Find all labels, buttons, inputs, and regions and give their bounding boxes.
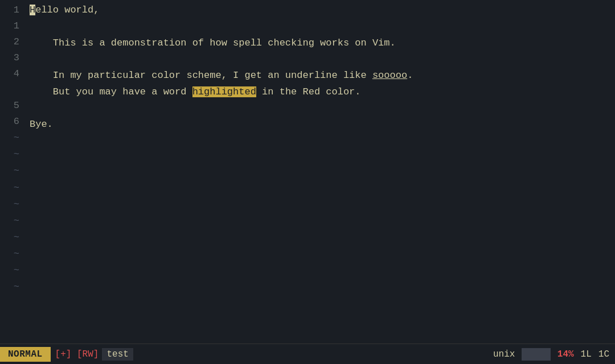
cursor: H: [30, 5, 35, 15]
editor-line-2: This is a demonstration of how spell che…: [30, 35, 615, 51]
line-num-blank1: 1: [2, 18, 19, 34]
line-numbers: 1 1 2 3 4 5 6 ~ ~ ~ ~ ~ ~ ~ ~ ~ ~: [0, 2, 24, 344]
col-info: 1C: [598, 349, 609, 359]
editor-line-4: In my particular color scheme, I get an …: [30, 68, 615, 84]
line-num-1: 1: [2, 2, 19, 18]
tilde-10: ~: [14, 282, 19, 292]
statusbar: NORMAL [+] [RW] test unix 14% 1L 1C: [0, 344, 615, 364]
mode-badge: NORMAL: [0, 347, 51, 362]
content-area[interactable]: Hello world, This is a demonstration of …: [24, 2, 615, 344]
editor-line-5: [30, 100, 615, 117]
file-format: unix: [493, 349, 515, 359]
spell-error-sooooo: sooooo: [372, 70, 407, 81]
tilde-5: ~: [14, 199, 19, 210]
editor-line-4-cont: But you may have a word highlighted in t…: [30, 84, 615, 100]
tilde-1: ~: [14, 133, 19, 143]
statusbar-right: unix 14% 1L 1C: [493, 348, 615, 361]
line-num-5: 5: [2, 98, 19, 114]
line-num-blank2: 3: [2, 50, 19, 66]
editor-area: 1 1 2 3 4 5 6 ~ ~ ~ ~ ~ ~ ~ ~ ~ ~ Hello …: [0, 0, 615, 344]
tilde-2: ~: [14, 149, 19, 160]
tilde-7: ~: [14, 232, 19, 243]
tilde-4: ~: [14, 183, 19, 193]
editor-line-3: [30, 51, 615, 68]
line-num-cont: [2, 82, 19, 98]
tilde-8: ~: [14, 249, 19, 259]
line-num-4: 4: [2, 66, 19, 82]
highlighted-word: highlighted: [192, 86, 256, 97]
tilde-6: ~: [14, 216, 19, 226]
editor-line-blank1: [30, 18, 615, 35]
filename: test: [102, 348, 133, 361]
file-percent: 14%: [557, 349, 574, 359]
editor-line-1: Hello world,: [30, 2, 615, 18]
editor-line-6: Bye.: [30, 117, 615, 133]
tilde-3: ~: [14, 166, 19, 176]
line-num-6: 6: [2, 114, 19, 130]
line-info: 1L: [581, 349, 592, 359]
file-flags: [+] [RW]: [55, 349, 99, 359]
line-num-2: 2: [2, 34, 19, 50]
tilde-9: ~: [14, 265, 19, 276]
encoding-box: [522, 348, 550, 361]
